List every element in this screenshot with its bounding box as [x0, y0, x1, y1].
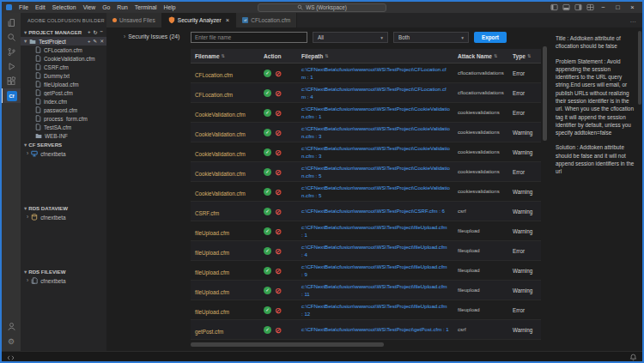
more-actions-icon[interactable]: …	[630, 16, 637, 24]
issue-filepath-link[interactable]: c:\CFNextBeta\cfusion\wwwroot\WS\TestPro…	[301, 302, 453, 318]
export-button[interactable]: Export	[474, 32, 507, 43]
ignore-block-icon[interactable]: ⊘	[275, 148, 282, 156]
menu-file[interactable]: File	[15, 2, 32, 13]
issue-filepath-link[interactable]: c:\CFNextBeta\cfusion\wwwroot\WS\TestPro…	[301, 144, 453, 160]
issue-filepath-link[interactable]: c:\CFNextBeta\cfusion\wwwroot\WS\TestPro…	[301, 263, 453, 278]
new-project-icon[interactable]: +	[88, 29, 91, 35]
issue-filepath-link[interactable]: c:\CFNextBeta\cfusion\wwwroot\WS\TestPro…	[301, 243, 453, 258]
ignore-block-icon[interactable]: ⊘	[275, 168, 282, 176]
menu-view[interactable]: View	[80, 2, 100, 13]
collapse-all-icon[interactable]: −	[100, 29, 103, 35]
tree-item-file[interactable]: Dummy.txt	[21, 71, 106, 80]
section-header-cf-servers[interactable]: ▾ CF SERVERS	[21, 140, 106, 149]
tab-security-analyzer[interactable]: Security Analyzer ×	[162, 13, 236, 27]
run-debug-icon[interactable]	[2, 59, 21, 74]
horizontal-scrollbar-thumb[interactable]	[191, 342, 384, 347]
tree-item-file[interactable]: CFLocation.cfm	[21, 45, 106, 54]
issue-row[interactable]: fileUpload.cfm ✓ ⊘ c:\CFNextBeta\cfusion…	[191, 300, 541, 320]
ignore-block-icon[interactable]: ⊘	[275, 326, 282, 334]
resolve-check-icon[interactable]: ✓	[264, 208, 271, 215]
column-header-filename[interactable]: Filename ⇅	[191, 53, 259, 59]
horizontal-scrollbar[interactable]	[191, 342, 541, 347]
tree-item-rds-dataview[interactable]: › cfnextbeta	[21, 213, 106, 221]
menu-edit[interactable]: Edit	[32, 2, 49, 13]
issue-filepath-link[interactable]: c:\CFNextBeta\cfusion\wwwroot\WS\TestPro…	[301, 207, 453, 215]
issue-row[interactable]: CookieValidation.cfm ✓ ⊘ c:\CFNextBeta\c…	[191, 162, 541, 182]
ignore-block-icon[interactable]: ⊘	[275, 89, 282, 97]
sort-icon[interactable]: ⇅	[325, 53, 328, 58]
resolve-check-icon[interactable]: ✓	[264, 267, 271, 275]
vertical-scrollbar[interactable]	[541, 27, 548, 351]
issue-filename-link[interactable]: fileUpload.cfm	[195, 289, 229, 295]
close-button[interactable]: ×	[627, 2, 638, 13]
menu-selection[interactable]: Selection	[49, 2, 80, 13]
issue-filename-link[interactable]: fileUpload.cfm	[195, 309, 229, 315]
extensions-icon[interactable]	[2, 74, 21, 88]
ignore-block-icon[interactable]: ⊘	[275, 227, 282, 235]
menu-terminal[interactable]: Terminal	[131, 2, 161, 13]
tab-cflocation[interactable]: cf CFLocation.cfm	[236, 13, 297, 27]
issue-row[interactable]: CookieValidation.cfm ✓ ⊘ c:\CFNextBeta\c…	[191, 182, 541, 202]
issue-row[interactable]: getPost.cfm ✓ ⊘ c:\CFNextBeta\cfusion\ww…	[191, 320, 541, 340]
resolve-check-icon[interactable]: ✓	[264, 168, 271, 176]
remote-indicator-icon[interactable]	[7, 349, 15, 363]
resolve-check-icon[interactable]: ✓	[264, 188, 271, 196]
issue-filepath-link[interactable]: c:\CFNextBeta\cfusion\wwwroot\WS\TestPro…	[301, 65, 453, 81]
issue-row[interactable]: CFLocation.cfm ✓ ⊘ c:\CFNextBeta\cfusion…	[191, 83, 541, 103]
tree-item-file[interactable]: process_form.cfm	[21, 114, 106, 123]
tree-item-file[interactable]: fileUpload.cfm	[21, 80, 106, 88]
account-icon[interactable]	[2, 319, 21, 334]
severity-filter-select[interactable]: All ▾	[313, 32, 388, 43]
issue-filepath-link[interactable]: c:\CFNextBeta\cfusion\wwwroot\WS\TestPro…	[301, 124, 453, 140]
issue-row[interactable]: CookieValidation.cfm ✓ ⊘ c:\CFNextBeta\c…	[191, 142, 541, 162]
section-header-project-manager[interactable]: ▾ PROJECT MANAGER + ↻ −	[21, 27, 106, 37]
resolve-check-icon[interactable]: ✓	[264, 247, 271, 255]
issue-row[interactable]: CookieValidation.cfm ✓ ⊘ c:\CFNextBeta\c…	[191, 103, 541, 123]
resolve-check-icon[interactable]: ✓	[264, 227, 271, 235]
tab-unsaved-files[interactable]: Unsaved Files	[106, 13, 162, 27]
issue-filepath-link[interactable]: c:\CFNextBeta\cfusion\wwwroot\WS\TestPro…	[301, 325, 453, 333]
settings-gear-icon[interactable]: ⚙	[2, 334, 21, 348]
menu-go[interactable]: Go	[99, 2, 113, 13]
toggle-panel-left-icon[interactable]	[550, 3, 558, 12]
issue-filename-link[interactable]: CookieValidation.cfm	[195, 151, 246, 157]
scope-filter-select[interactable]: Both ▾	[393, 32, 469, 43]
minimize-button[interactable]: −	[598, 2, 609, 13]
resolve-check-icon[interactable]: ✓	[264, 148, 271, 156]
issue-row[interactable]: CookieValidation.cfm ✓ ⊘ c:\CFNextBeta\c…	[191, 123, 541, 142]
issue-filename-link[interactable]: CFLocation.cfm	[195, 72, 233, 78]
tree-item-folder[interactable]: WEB-INF	[21, 131, 106, 140]
ignore-block-icon[interactable]: ⊘	[275, 70, 282, 77]
explorer-icon[interactable]	[2, 15, 21, 30]
vertical-scrollbar-thumb[interactable]	[543, 46, 547, 141]
ignore-block-icon[interactable]: ⊘	[275, 208, 282, 215]
issue-filepath-link[interactable]: c:\CFNextBeta\cfusion\wwwroot\WS\TestPro…	[301, 184, 453, 199]
issue-filepath-link[interactable]: c:\CFNextBeta\cfusion\wwwroot\WS\TestPro…	[301, 164, 453, 179]
column-header-type[interactable]: Type ⇅	[508, 53, 541, 59]
section-header-rds-dataview[interactable]: ▾ RDS DATAVIEW	[21, 203, 106, 213]
issue-row[interactable]: fileUpload.cfm ✓ ⊘ c:\CFNextBeta\cfusion…	[191, 241, 541, 261]
ignore-block-icon[interactable]: ⊘	[275, 306, 282, 314]
resolve-check-icon[interactable]: ✓	[264, 89, 271, 97]
source-control-icon[interactable]	[2, 45, 21, 59]
column-header-filepath[interactable]: Filepath ⇅	[297, 53, 453, 59]
issue-row[interactable]: fileUpload.cfm ✓ ⊘ c:\CFNextBeta\cfusion…	[191, 261, 541, 281]
menu-run[interactable]: Run	[113, 2, 131, 13]
add-file-icon[interactable]: +	[88, 39, 90, 44]
issue-row[interactable]: fileUpload.cfm ✓ ⊘ c:\CFNextBeta\cfusion…	[191, 281, 541, 300]
issue-filepath-link[interactable]: c:\CFNextBeta\cfusion\wwwroot\WS\TestPro…	[301, 282, 453, 298]
filename-filter-input[interactable]	[191, 32, 307, 43]
issue-filename-link[interactable]: CookieValidation.cfm	[195, 171, 246, 177]
ignore-block-icon[interactable]: ⊘	[275, 247, 282, 255]
resolve-check-icon[interactable]: ✓	[264, 109, 271, 117]
issue-row[interactable]: CFLocation.cfm ✓ ⊘ c:\CFNextBeta\cfusion…	[191, 64, 541, 83]
issue-row[interactable]: CSRF.cfm ✓ ⊘ c:\CFNextBeta\cfusion\wwwro…	[191, 202, 541, 221]
issue-filename-link[interactable]: fileUpload.cfm	[195, 269, 229, 275]
sort-icon[interactable]: ⇅	[527, 53, 531, 58]
ignore-block-icon[interactable]: ⊘	[275, 267, 282, 275]
tree-item-file[interactable]: getPost.cfm	[21, 88, 106, 97]
toggle-panel-bottom-icon[interactable]	[562, 3, 570, 12]
tree-item-project[interactable]: ▾ TestProject + ✎ ✕	[21, 37, 106, 45]
close-tab-icon[interactable]: ×	[226, 16, 229, 24]
issue-row[interactable]: fileUpload.cfm ✓ ⊘ c:\CFNextBeta\cfusion…	[191, 221, 541, 241]
